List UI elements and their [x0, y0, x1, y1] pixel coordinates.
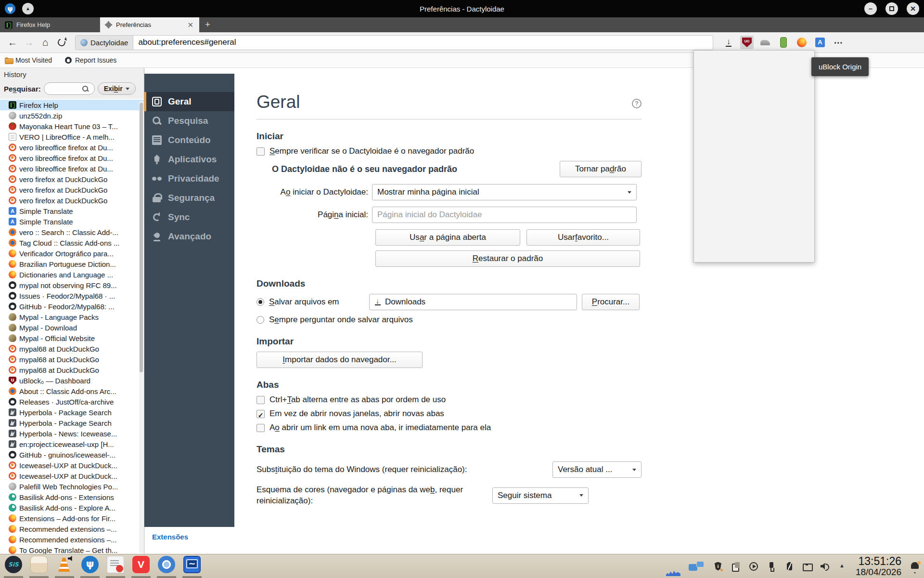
history-item[interactable]: Dictionaries and Language ...: [0, 269, 144, 280]
tab-close-icon[interactable]: ✕: [186, 21, 194, 29]
history-item[interactable]: Iceweasel-UXP at DuckDuck...: [0, 471, 144, 481]
url-bar[interactable]: Dactyloidae: [75, 35, 713, 50]
prefs-nav-item[interactable]: Pesquisa: [144, 111, 234, 131]
tray-icon[interactable]: [784, 562, 794, 571]
url-input[interactable]: [133, 36, 713, 50]
toolbar-icon[interactable]: [758, 36, 772, 49]
taskbar-app[interactable]: [79, 554, 101, 578]
prefs-nav-item[interactable]: Privacidade: [144, 169, 234, 188]
toolbar-icon[interactable]: [777, 36, 790, 49]
prefs-nav-item[interactable]: Segurança: [144, 188, 234, 208]
tab-preferences[interactable]: Preferências ✕: [100, 17, 199, 32]
back-icon[interactable]: [6, 36, 19, 49]
history-item[interactable]: Iceweasel-UXP at DuckDuck...: [0, 460, 144, 471]
workspaces-pager-icon[interactable]: [689, 561, 705, 572]
prefs-nav-item[interactable]: Aplicativos: [144, 150, 234, 169]
forward-icon[interactable]: [22, 36, 36, 49]
history-item[interactable]: Simple Translate: [0, 206, 144, 216]
taskbar-app[interactable]: [105, 554, 126, 578]
reload-icon[interactable]: [55, 36, 68, 49]
checkbox-open-tabs-instead[interactable]: [257, 410, 265, 418]
prefs-nav-item[interactable]: Geral: [144, 92, 234, 111]
close-button[interactable]: ✕: [907, 2, 919, 15]
history-item[interactable]: Mayonaka Heart Tune 03 – T...: [0, 121, 144, 131]
radio-always-ask[interactable]: [257, 316, 264, 324]
history-item[interactable]: About :: Classic Add-ons Arc...: [0, 386, 144, 396]
history-item[interactable]: vero :: Search :: Classic Add-...: [0, 227, 144, 237]
prefs-nav-item[interactable]: Conteúdo: [144, 131, 234, 150]
toolbar-icon[interactable]: [722, 36, 735, 49]
extensions-link[interactable]: Extensões: [152, 533, 188, 541]
history-item[interactable]: Recommended extensions –...: [0, 524, 144, 534]
history-item[interactable]: Mypal - Official Website: [0, 333, 144, 343]
maximize-button[interactable]: [886, 2, 898, 15]
restore-default-button[interactable]: Restaurar o padrão: [375, 250, 640, 267]
checkbox-switch-to-new-tab[interactable]: [257, 424, 265, 432]
site-identity-chip[interactable]: Dactyloidae: [76, 36, 133, 50]
history-item[interactable]: uBlock₀ — Dashboard: [0, 375, 144, 386]
history-item[interactable]: Extensions – Add-ons for Fir...: [0, 513, 144, 524]
search-input[interactable]: [44, 85, 82, 92]
tray-icon[interactable]: [838, 562, 847, 571]
taskbar-app[interactable]: [3, 554, 24, 578]
tray-icon[interactable]: [767, 562, 776, 571]
display-dropdown-button[interactable]: Exibir: [98, 82, 136, 95]
sidebar-scrollbar[interactable]: [139, 102, 143, 553]
history-item[interactable]: mypal68 at DuckDuckGo: [0, 343, 144, 354]
history-item[interactable]: Releases · JustOff/ca-archive: [0, 396, 144, 407]
new-tab-button[interactable]: +: [199, 17, 216, 32]
history-item[interactable]: Palefill Web Technologies Po...: [0, 481, 144, 492]
history-item[interactable]: vero libreoffice firefox at Du...: [0, 163, 144, 174]
tray-icon[interactable]: [749, 562, 758, 571]
checkbox-always-check-default[interactable]: [257, 147, 265, 156]
taskbar-app[interactable]: [181, 554, 203, 578]
toolbar-icon[interactable]: [740, 36, 754, 49]
taskbar-app[interactable]: [156, 554, 177, 578]
prefs-nav-item[interactable]: Sync: [144, 208, 234, 227]
history-item[interactable]: Recommended extensions –...: [0, 534, 144, 545]
history-item[interactable]: unz552dn.zip: [0, 110, 144, 121]
history-item[interactable]: Simple Translate: [0, 216, 144, 227]
taskbar-app[interactable]: [54, 554, 75, 578]
history-item[interactable]: To Google Translate – Get th...: [0, 545, 144, 554]
scrollbar-thumb[interactable]: [140, 103, 143, 372]
history-item[interactable]: Issues · Feodor2/Mypal68 · ...: [0, 290, 144, 301]
history-item[interactable]: GitHub - Feodor2/Mypal68: ...: [0, 301, 144, 312]
tab-firefox-help[interactable]: Firefox Help: [0, 17, 100, 32]
panel-up-arrow-button[interactable]: ▲: [22, 3, 34, 14]
history-item[interactable]: Verificador Ortográfico para...: [0, 248, 144, 259]
network-graph-icon[interactable]: [666, 569, 680, 576]
prefs-nav-item[interactable]: Avançado: [144, 227, 234, 246]
theme-select[interactable]: Versão atual ...: [552, 461, 642, 478]
use-current-button[interactable]: Usar a página aberta: [375, 229, 520, 246]
make-default-button[interactable]: Tornar padrão: [560, 161, 642, 177]
history-item[interactable]: VERO | LibreOffice - A melh...: [0, 131, 144, 142]
startup-select[interactable]: Mostrar minha página inicial: [372, 184, 637, 200]
history-item[interactable]: Hyperbola - Package Search: [0, 407, 144, 418]
color-scheme-select[interactable]: Seguir sistema: [492, 487, 589, 504]
toolbar-icon[interactable]: [813, 36, 827, 49]
history-item[interactable]: vero firefox at DuckDuckGo: [0, 174, 144, 184]
help-icon[interactable]: ?: [632, 99, 642, 108]
history-item[interactable]: vero firefox at DuckDuckGo: [0, 184, 144, 195]
notifications-bell-icon[interactable]: [910, 561, 921, 572]
taskbar-app[interactable]: [130, 554, 152, 578]
radio-save-to[interactable]: [257, 298, 264, 306]
browse-button[interactable]: Procurar...: [582, 294, 640, 310]
history-item[interactable]: vero firefox at DuckDuckGo: [0, 195, 144, 206]
home-icon[interactable]: [38, 36, 52, 49]
checkbox-ctrl-tab[interactable]: [257, 396, 265, 404]
bookmark-item[interactable]: Most Visited: [5, 56, 52, 64]
homepage-input[interactable]: [372, 207, 637, 223]
download-folder-field[interactable]: Downloads: [369, 294, 577, 310]
tray-icon[interactable]: [820, 562, 830, 571]
history-item[interactable]: Basilisk Add-ons - Explore A...: [0, 502, 144, 513]
taskbar-app[interactable]: [28, 554, 50, 578]
tray-icon[interactable]: [802, 562, 812, 571]
history-item[interactable]: mypal68 at DuckDuckGo: [0, 365, 144, 375]
history-item[interactable]: Tag Cloud :: Classic Add-ons ...: [0, 237, 144, 248]
toolbar-icon[interactable]: [832, 36, 845, 49]
bookmark-item[interactable]: Report Issues: [64, 56, 116, 64]
use-bookmark-button[interactable]: Usar favorito...: [526, 229, 640, 246]
history-item[interactable]: mypal not observing RFC 89...: [0, 280, 144, 290]
